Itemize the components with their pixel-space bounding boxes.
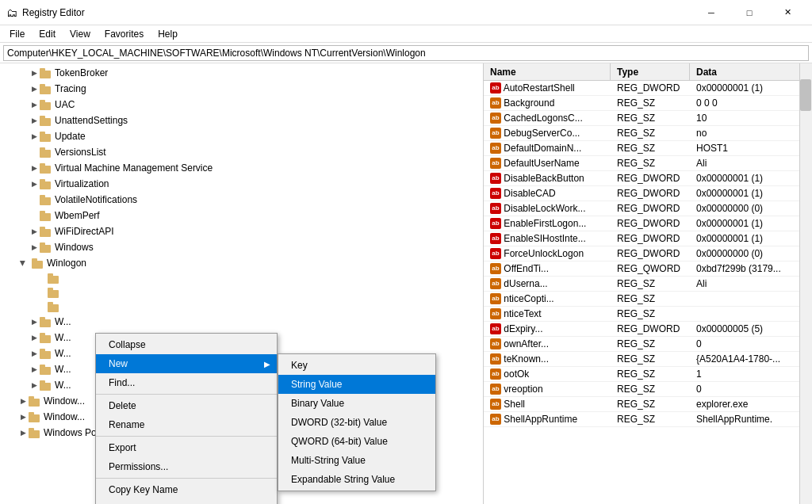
sub-string-value[interactable]: String Value	[278, 375, 435, 394]
value-data: 1	[690, 368, 812, 380]
reg-sz-icon: ab	[490, 353, 501, 365]
tree-item-winlogon-child3[interactable]	[0, 300, 483, 314]
sub-key[interactable]: Key	[278, 356, 435, 375]
menu-favorites[interactable]: Favorites	[98, 27, 150, 41]
ctx-delete[interactable]: Delete	[96, 396, 277, 415]
value-row[interactable]: ab nticeCopti... REG_SZ	[484, 292, 812, 307]
menu-file[interactable]: File	[3, 27, 31, 41]
sub-label: Binary Value	[291, 398, 344, 409]
tree-item-update[interactable]: ▶ Update	[0, 128, 483, 144]
value-row[interactable]: ab DefaultDomainN... REG_SZ HOST1	[484, 141, 812, 156]
folder-icon	[40, 162, 52, 174]
reg-sz-icon: ab	[490, 308, 501, 319]
value-row[interactable]: ab nticeText REG_SZ	[484, 307, 812, 322]
value-row[interactable]: ab Background REG_SZ 0 0 0	[484, 96, 812, 111]
value-name: ab nticeText	[484, 307, 611, 320]
value-row[interactable]: ab ootOk REG_SZ 1	[484, 367, 812, 382]
reg-dword-icon: ab	[490, 82, 501, 94]
sub-qword-value[interactable]: QWORD (64-bit) Value	[278, 432, 435, 451]
value-row[interactable]: ab EnableFirstLogon... REG_DWORD 0x00000…	[484, 216, 812, 231]
value-data: 0x00000000 (0)	[690, 247, 812, 260]
tree-item-tracing[interactable]: ▶ Tracing	[0, 81, 483, 97]
tree-item-windows[interactable]: ▶ Windows	[0, 239, 483, 255]
close-button[interactable]: ✕	[769, 0, 806, 25]
value-name: ab DefaultUserName	[484, 157, 611, 170]
tree-item-winlogon-child1[interactable]	[0, 271, 483, 285]
tree-item-wl1[interactable]: ▶ W...	[0, 314, 483, 330]
value-row[interactable]: ab CachedLogonsC... REG_SZ 10	[484, 111, 812, 126]
tree-label: W...	[55, 316, 71, 327]
tree-item-volatilenotifications[interactable]: ▶ VolatileNotifications	[0, 192, 483, 208]
value-row[interactable]: ab OffEndTi... REG_QWORD 0xbd7f299b (317…	[484, 262, 812, 277]
folder-icon	[48, 273, 60, 284]
reg-sz-icon: ab	[490, 263, 501, 274]
expand-arrow: ▶	[17, 429, 29, 437]
sub-expandable-value[interactable]: Expandable String Value	[278, 470, 435, 489]
reg-sz-icon: ab	[490, 414, 501, 425]
value-row[interactable]: ab vreoption REG_SZ 0	[484, 382, 812, 397]
value-row[interactable]: ab Shell REG_SZ explorer.exe	[484, 397, 812, 412]
value-row[interactable]: ab teKnown... REG_SZ {A520A1A4-1780-...	[484, 352, 812, 367]
value-type: REG_SZ	[611, 398, 690, 410]
ctx-goto-hkcu[interactable]: Go to HKEY_CURRENT_USER	[96, 499, 277, 504]
tree-item-versionslist[interactable]: ▶ VersionsList	[0, 144, 483, 160]
menu-help[interactable]: Help	[151, 27, 184, 41]
scrollbar-thumb[interactable]	[800, 79, 811, 111]
submenu-arrow: ▶	[264, 360, 270, 368]
tree-item-uac[interactable]: ▶ UAC	[0, 97, 483, 113]
folder-icon	[29, 427, 41, 438]
sub-dword-value[interactable]: DWORD (32-bit) Value	[278, 413, 435, 432]
value-name: ab CachedLogonsC...	[484, 112, 611, 124]
value-row[interactable]: ab ShellAppRuntime REG_SZ ShellAppRuntim…	[484, 412, 812, 427]
minimize-button[interactable]: ─	[693, 0, 730, 25]
sub-label: Key	[291, 360, 308, 371]
value-row[interactable]: ab ownAfter... REG_SZ 0	[484, 337, 812, 352]
value-row[interactable]: ab AutoRestartShell REG_DWORD 0x00000001…	[484, 81, 812, 96]
value-row[interactable]: ab DisableLockWork... REG_DWORD 0x000000…	[484, 201, 812, 216]
sub-multistring-value[interactable]: Multi-String Value	[278, 451, 435, 470]
menu-view[interactable]: View	[63, 27, 97, 41]
folder-icon	[40, 210, 52, 221]
expand-arrow: ▶	[19, 258, 27, 269]
tree-label: Window...	[44, 395, 85, 407]
value-row[interactable]: ab dUserna... REG_SZ Ali	[484, 277, 812, 292]
value-row[interactable]: ab ForceUnlockLogon REG_DWORD 0x00000000…	[484, 246, 812, 262]
menu-edit[interactable]: Edit	[33, 27, 62, 41]
expand-arrow: ▶	[29, 116, 40, 124]
value-row[interactable]: ab DebugServerCo... REG_SZ no	[484, 126, 812, 141]
value-row[interactable]: ab dExpiry... REG_DWORD 0x00000005 (5)	[484, 322, 812, 337]
ctx-collapse[interactable]: Collapse	[96, 335, 277, 354]
tree-item-unattendsettings[interactable]: ▶ UnattendSettings	[0, 113, 483, 128]
tree-item-wbemperf[interactable]: ▶ WbemPerf	[0, 208, 483, 223]
tree-label: Update	[55, 131, 86, 142]
value-row[interactable]: ab EnableSIHostInte... REG_DWORD 0x00000…	[484, 231, 812, 246]
tree-label: W...	[55, 364, 71, 375]
ctx-export[interactable]: Export	[96, 438, 277, 457]
reg-sz-icon: ab	[490, 338, 501, 349]
tree-item-virtualization[interactable]: ▶ Virtualization	[0, 176, 483, 192]
tree-item-winlogon-child2[interactable]	[0, 285, 483, 300]
values-header: Name Type Data	[484, 63, 812, 81]
sub-binary-value[interactable]: Binary Value	[278, 394, 435, 413]
ctx-permissions[interactable]: Permissions...	[96, 457, 277, 476]
tree-item-winlogon[interactable]: ▶ Winlogon	[0, 255, 483, 271]
expand-arrow: ▶	[29, 69, 40, 77]
value-row[interactable]: ab DefaultUserName REG_SZ Ali	[484, 156, 812, 171]
tree-item-vmms[interactable]: ▶ Virtual Machine Management Service	[0, 160, 483, 176]
ctx-new[interactable]: New ▶	[96, 354, 277, 373]
tree-item-tokenbroker[interactable]: ▶ TokenBroker	[0, 65, 483, 81]
address-bar	[0, 43, 812, 63]
value-row[interactable]: ab DisableCAD REG_DWORD 0x00000001 (1)	[484, 186, 812, 201]
address-input[interactable]	[3, 45, 809, 61]
values-scrollbar[interactable]	[799, 63, 812, 504]
value-row[interactable]: ab DisableBackButton REG_DWORD 0x0000000…	[484, 171, 812, 186]
ctx-find[interactable]: Find...	[96, 373, 277, 392]
reg-sz-icon: ab	[490, 113, 501, 124]
tree-item-wifidirectapi[interactable]: ▶ WiFiDirectAPI	[0, 223, 483, 239]
window-title: Registry Editor	[22, 7, 693, 18]
ctx-copy-key[interactable]: Copy Key Name	[96, 480, 277, 499]
maximize-button[interactable]: □	[731, 0, 768, 25]
value-type: REG_SZ	[611, 307, 690, 320]
folder-icon	[29, 395, 41, 407]
ctx-rename[interactable]: Rename	[96, 415, 277, 434]
